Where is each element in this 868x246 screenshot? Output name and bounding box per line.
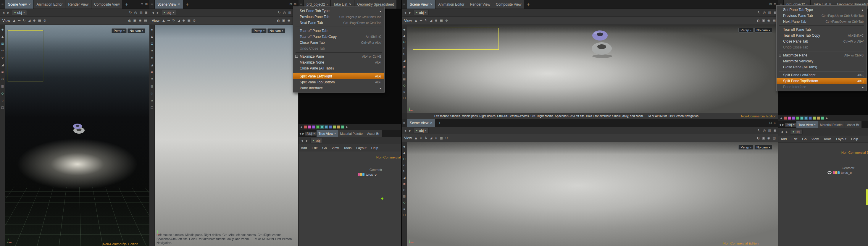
perspective-selector[interactable]: Persp ▾ xyxy=(738,28,753,33)
home-view-icon[interactable]: ⌂ xyxy=(151,99,153,102)
palette-swatch[interactable] xyxy=(341,125,344,129)
menu-item[interactable]: Previous Pane Tab Ctrl+PageUp or Ctrl+Sh… xyxy=(777,13,867,19)
select-tool-icon[interactable]: ▲ xyxy=(151,35,153,38)
back-icon[interactable]: ◀ xyxy=(2,11,5,14)
scene-viewport-dark[interactable]: Persp ▾ No cam ▾ Non-Commercial Edition xyxy=(5,25,149,246)
pane-tab[interactable]: Material Palette ▾ × xyxy=(818,121,845,128)
rotate-tool-icon[interactable]: ↻ xyxy=(403,53,405,56)
pane-split-icon[interactable]: ⊞ xyxy=(145,3,148,6)
pose-tool-icon[interactable]: ◉ xyxy=(1,70,4,73)
netmenu-item[interactable]: View xyxy=(329,146,341,150)
select-tool-icon[interactable]: ▲ xyxy=(403,34,406,37)
view-camera-icon[interactable]: ◉ xyxy=(767,19,770,23)
display-options-icon[interactable]: ▣ xyxy=(762,136,765,140)
new-tab-button[interactable]: + xyxy=(122,0,130,8)
display-points-icon[interactable]: ⊙ xyxy=(403,71,405,74)
viewport-layout-icon[interactable]: ▤ xyxy=(773,19,776,23)
pose-tool-icon[interactable]: ◉ xyxy=(151,70,153,73)
path-crumb-obj[interactable]: ▪ obj ▾ xyxy=(161,10,176,16)
netmenu-item[interactable]: Add xyxy=(299,146,309,150)
palette-swatch[interactable] xyxy=(792,117,795,120)
grid-snap-icon[interactable]: ▦ xyxy=(403,78,406,81)
back-icon[interactable]: ◀ xyxy=(404,11,407,14)
selection-mask-icon[interactable]: ⊙ xyxy=(43,19,46,23)
menu-item[interactable]: Split Pane Top/Bottom Alt+] ▸ xyxy=(777,78,867,84)
pane-menu-icon[interactable]: ≡ xyxy=(402,0,407,8)
menu-item[interactable]: Close Pane Tab Ctrl+W or Alt+/ ▸ xyxy=(777,38,867,44)
secure-selection-icon[interactable]: ⊡ xyxy=(151,42,153,45)
torus-node[interactable]: torus_o xyxy=(358,173,377,176)
net-path-crumb[interactable]: /obj ▾ xyxy=(305,131,316,136)
pane-tab[interactable]: Asset Br ▾ × xyxy=(845,121,862,128)
rotate-tool-icon[interactable]: ↻ xyxy=(425,136,427,140)
close-tab-icon[interactable]: × xyxy=(349,2,351,6)
move-tool-icon[interactable]: ↔ xyxy=(167,19,170,23)
pane-tab[interactable]: Scene View ▾ × xyxy=(5,0,34,8)
frame-selection-icon[interactable]: □ xyxy=(151,106,153,109)
palette-swatch[interactable] xyxy=(809,117,812,120)
palette-swatch[interactable] xyxy=(329,125,332,129)
frame-selection-icon[interactable]: □ xyxy=(403,213,406,216)
netmenu-item[interactable]: Edit xyxy=(789,137,800,141)
back-icon[interactable]: ◀ xyxy=(780,130,783,133)
menu-item[interactable]: Maximize Pane Alt+' or Ctrl+B ▸ xyxy=(777,52,867,58)
menu-item[interactable]: Tear off Pane Tab ▸ xyxy=(777,27,867,33)
scale-tool-icon[interactable]: ◢ xyxy=(403,176,406,179)
scale-tool-icon[interactable]: ◢ xyxy=(28,19,30,23)
handles-tool-icon[interactable]: ⊕ xyxy=(435,136,437,140)
viewport-layout-icon[interactable]: ▤ xyxy=(773,136,776,140)
update-icon[interactable]: ↻ xyxy=(278,11,281,14)
multi-snap-icon[interactable]: ◇ xyxy=(403,84,406,87)
palette-swatch[interactable] xyxy=(333,125,336,129)
home-view-icon[interactable]: ⌂ xyxy=(1,99,3,102)
menu-item[interactable]: Pane Interface ▸ xyxy=(293,85,384,91)
palette-scroll-left-icon[interactable]: ◀ xyxy=(300,126,303,128)
pane-tab[interactable]: Animation Editor ▾ × xyxy=(34,0,65,8)
netmenu-item[interactable]: Tools xyxy=(821,137,834,141)
pose-tool-icon[interactable]: ◉ xyxy=(403,182,406,185)
pane-split-icon[interactable]: ⊞ xyxy=(774,3,776,6)
home-view-icon[interactable]: ⌂ xyxy=(403,90,405,93)
pane-maximize-icon[interactable]: ⊡ xyxy=(289,3,292,6)
menu-item[interactable]: Close Pane Tab Ctrl+W or Alt+/ ▸ xyxy=(293,40,384,45)
rotate-tool-icon[interactable]: ↻ xyxy=(23,19,26,23)
secure-selection-icon[interactable]: ⊡ xyxy=(403,157,405,160)
rotate-tool-icon[interactable]: ↻ xyxy=(425,19,427,23)
scale-tool-icon[interactable]: ◢ xyxy=(430,19,432,23)
translate-tool-icon[interactable]: ↔ xyxy=(151,49,153,52)
palette-swatch[interactable] xyxy=(813,117,816,120)
back-icon[interactable]: ◀ xyxy=(300,139,304,142)
back-icon[interactable]: ◀ xyxy=(404,129,407,132)
netmenu-item[interactable]: Go xyxy=(320,146,329,150)
pane-tab[interactable]: Material Palette ▾ × xyxy=(338,130,365,137)
select-tool-icon[interactable]: ▲ xyxy=(13,19,16,23)
menu-item[interactable]: Next Pane Tab Ctrl+PageDown or Ctrl+Tab … xyxy=(293,20,384,26)
palette-swatch[interactable] xyxy=(308,125,311,129)
menu-item[interactable]: Tear off Pane Tab Copy Alt+Shift+C ▸ xyxy=(777,33,867,38)
multi-snap-icon[interactable]: ◇ xyxy=(151,92,153,95)
display-flag-indicator[interactable] xyxy=(381,197,383,199)
new-tab-button[interactable]: + xyxy=(435,119,443,127)
menu-item[interactable]: Split Pane Left/Right Alt+[ ▸ xyxy=(293,73,384,79)
snap-menu-icon[interactable]: ▦ xyxy=(187,19,190,23)
selection-mask-icon[interactable]: ⊙ xyxy=(445,136,448,140)
shading-mode-icon[interactable]: ◐ xyxy=(757,19,760,23)
grid-snap-icon[interactable]: ▦ xyxy=(403,194,406,198)
update-icon[interactable]: ↻ xyxy=(758,129,761,132)
pane-tab[interactable]: Scene View ▾ × xyxy=(407,0,435,8)
frame-selection-icon[interactable]: □ xyxy=(403,96,406,99)
scale-tool-icon[interactable]: ◢ xyxy=(403,59,406,62)
scene-viewport-secondary[interactable]: Persp ▾ No cam ▾ Non-Commercial Edition xyxy=(407,142,778,246)
menu-item[interactable]: ▸ xyxy=(777,70,867,72)
torus-objects[interactable] xyxy=(71,122,86,134)
forward-icon[interactable]: ▶ xyxy=(7,11,10,14)
move-tool-icon[interactable]: ↔ xyxy=(420,19,422,23)
display-options-icon[interactable]: ▣ xyxy=(762,19,765,23)
pin-icon[interactable]: ◎ xyxy=(134,11,137,14)
stow-icon[interactable]: ▥ xyxy=(768,129,771,132)
menu-item[interactable]: ▸ xyxy=(777,25,867,27)
scale-tool-icon[interactable]: ◢ xyxy=(430,136,432,140)
net-back-icon[interactable]: ◀ xyxy=(299,132,302,135)
menu-item[interactable]: ▸ xyxy=(777,50,867,52)
selection-mask-icon[interactable]: ⊙ xyxy=(445,19,448,23)
